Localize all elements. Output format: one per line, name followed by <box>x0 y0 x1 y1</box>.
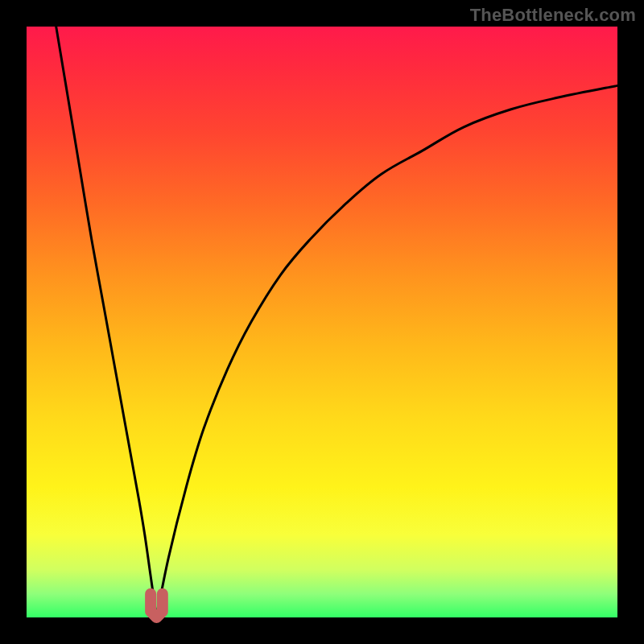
right-branch-curve <box>156 85 617 617</box>
left-branch-curve <box>56 27 157 617</box>
optimum-marker <box>151 594 163 617</box>
chart-frame: TheBottleneck.com <box>0 0 644 644</box>
curve-overlay <box>0 0 644 644</box>
